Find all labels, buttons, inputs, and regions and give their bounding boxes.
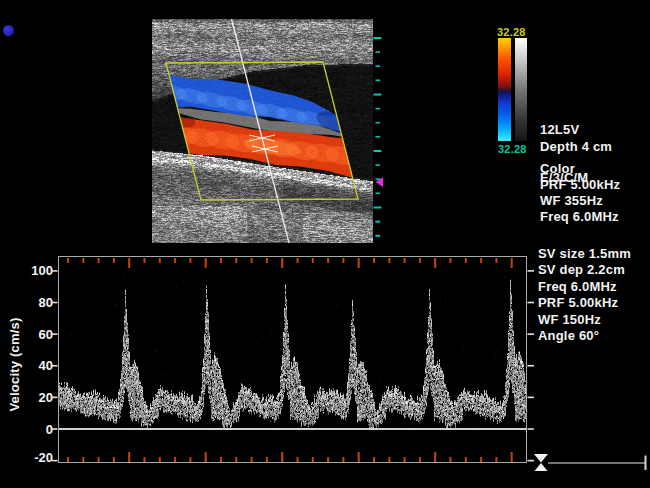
color-scale-min-value: 32.28 — [498, 143, 527, 155]
param-line: PRF 5.00kHz — [540, 177, 620, 193]
sweep-cursor-marker[interactable] — [535, 463, 548, 471]
y-axis-tick-label: 60 — [19, 327, 53, 342]
param-line: Freq 6.0MHz — [540, 209, 620, 225]
bmode-ultrasound-image — [152, 19, 373, 243]
pw-doppler-params: SV size 1.5mmSV dep 2.2cmFreq 6.0MHzPRF … — [538, 246, 631, 344]
y-axis-tick-label: 0 — [19, 422, 53, 437]
ultrasound-screen: 32.28 32.28 12L5V E/3/C/M Depth 4 cm Col… — [0, 0, 650, 488]
color-doppler-scale-bar — [498, 38, 511, 141]
y-axis-tick-label: 40 — [19, 358, 53, 373]
y-axis-tick-label: 80 — [19, 295, 53, 310]
param-line: Freq 6.0MHz — [538, 279, 631, 295]
param-line: WF 150Hz — [538, 312, 631, 328]
color-doppler-params: ColorPRF 5.00kHzWF 355HzFreq 6.0MHz — [540, 161, 620, 225]
param-line: WF 355Hz — [540, 193, 620, 209]
orientation-indicator-dot — [3, 25, 14, 36]
y-axis-tick-label: -20 — [19, 450, 53, 465]
param-line: Color — [540, 161, 620, 177]
param-line: Angle 60° — [538, 328, 631, 344]
param-line: SV dep 2.2cm — [538, 262, 631, 278]
focus-position-marker — [376, 177, 384, 187]
y-axis-tick-label: 100 — [19, 263, 53, 278]
param-line: SV size 1.5mm — [538, 246, 631, 262]
param-line: PRF 5.00kHz — [538, 295, 631, 311]
probe-name: 12L5V — [540, 122, 588, 138]
sweep-cursor-marker[interactable] — [534, 454, 548, 463]
depth-readout: Depth 4 cm — [540, 139, 612, 154]
grayscale-bar — [515, 38, 527, 141]
doppler-spectrum-plot — [59, 257, 526, 462]
color-scale-max-value: 32.28 — [497, 26, 526, 38]
y-axis-tick-label: 20 — [19, 390, 53, 405]
